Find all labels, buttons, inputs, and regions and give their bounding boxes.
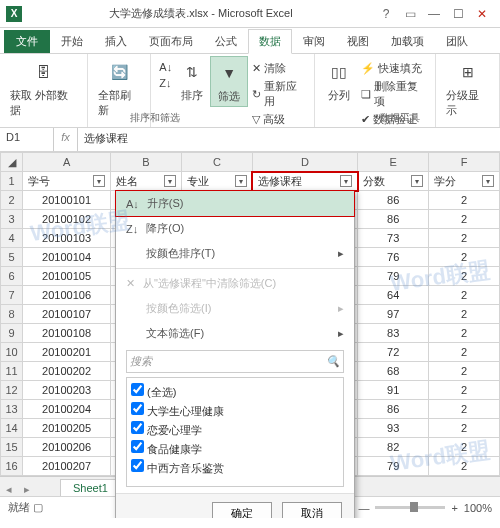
cell[interactable]: 79 <box>358 457 429 476</box>
zoom-out-button[interactable]: — <box>358 502 369 514</box>
cell[interactable]: 68 <box>358 362 429 381</box>
tab-home[interactable]: 开始 <box>50 29 94 53</box>
reapply-button[interactable]: ↻重新应用 <box>250 78 306 110</box>
ribbon-options-icon[interactable]: ▭ <box>398 4 422 24</box>
row-header[interactable]: 3 <box>1 210 23 229</box>
cell[interactable]: 91 <box>358 381 429 400</box>
filter-option-all[interactable]: (全选) <box>131 382 339 401</box>
tab-insert[interactable]: 插入 <box>94 29 138 53</box>
outline-button[interactable]: ⊞分级显示 <box>442 56 493 120</box>
cell[interactable]: 2 <box>429 381 500 400</box>
tab-formula[interactable]: 公式 <box>204 29 248 53</box>
tab-file[interactable]: 文件 <box>4 30 50 53</box>
cell[interactable]: 20100104 <box>23 248 111 267</box>
cell[interactable]: 2 <box>429 305 500 324</box>
cell[interactable]: 86 <box>358 210 429 229</box>
cell[interactable]: 82 <box>358 438 429 457</box>
cell[interactable]: 79 <box>358 267 429 286</box>
tab-team[interactable]: 团队 <box>435 29 479 53</box>
cell[interactable]: 2 <box>429 229 500 248</box>
col-header-A[interactable]: A <box>23 153 111 172</box>
ok-button[interactable]: 确定 <box>212 502 272 518</box>
filter-dropdown-C[interactable]: ▾ <box>235 175 247 187</box>
filter-dropdown-D[interactable]: ▾ <box>340 175 352 187</box>
cell[interactable]: 20100203 <box>23 381 111 400</box>
row-header[interactable]: 11 <box>1 362 23 381</box>
fx-icon[interactable]: fx <box>54 128 78 151</box>
row-header[interactable]: 16 <box>1 457 23 476</box>
macro-icon[interactable]: ▢ <box>33 501 43 513</box>
text-filter-item[interactable]: 文本筛选(F)▸ <box>116 321 354 346</box>
col-header-D[interactable]: D <box>252 153 357 172</box>
row-header[interactable]: 12 <box>1 381 23 400</box>
close-icon[interactable]: ✕ <box>470 4 494 24</box>
minimize-icon[interactable]: — <box>422 4 446 24</box>
filter-option[interactable]: 中西方音乐鉴赏 <box>131 458 339 477</box>
filter-dropdown-A[interactable]: ▾ <box>93 175 105 187</box>
zoom-level[interactable]: 100% <box>464 502 492 514</box>
cell[interactable]: 2 <box>429 438 500 457</box>
filter-option[interactable]: 恋爱心理学 <box>131 420 339 439</box>
cancel-button[interactable]: 取消 <box>282 502 342 518</box>
row-header[interactable]: 9 <box>1 324 23 343</box>
cell[interactable]: 20100206 <box>23 438 111 457</box>
col-header-C[interactable]: C <box>181 153 252 172</box>
row-header[interactable]: 1 <box>1 172 23 191</box>
cell[interactable]: 2 <box>429 419 500 438</box>
cell[interactable]: 64 <box>358 286 429 305</box>
cell[interactable]: 20100204 <box>23 400 111 419</box>
name-box[interactable]: D1 <box>0 128 54 151</box>
cell[interactable]: 86 <box>358 191 429 210</box>
get-external-data-button[interactable]: 🗄获取 外部数据 <box>6 56 81 120</box>
row-header[interactable]: 7 <box>1 286 23 305</box>
row-header[interactable]: 13 <box>1 400 23 419</box>
cell[interactable]: 2 <box>429 457 500 476</box>
filter-checklist[interactable]: (全选) 大学生心理健康 恋爱心理学 食品健康学 中西方音乐鉴赏 <box>126 377 344 487</box>
row-header[interactable]: 8 <box>1 305 23 324</box>
tab-layout[interactable]: 页面布局 <box>138 29 204 53</box>
help-icon[interactable]: ? <box>374 4 398 24</box>
cell[interactable]: 2 <box>429 343 500 362</box>
cell[interactable]: 73 <box>358 229 429 248</box>
row-header[interactable]: 14 <box>1 419 23 438</box>
cell[interactable]: 2 <box>429 267 500 286</box>
row-header[interactable]: 15 <box>1 438 23 457</box>
advanced-button[interactable]: ▽高级 <box>250 111 306 128</box>
row-header[interactable]: 4 <box>1 229 23 248</box>
cell[interactable]: 2 <box>429 400 500 419</box>
tab-addins[interactable]: 加载项 <box>380 29 435 53</box>
filter-search-input[interactable]: 搜索🔍 <box>126 350 344 373</box>
select-all-corner[interactable]: ◢ <box>1 153 23 172</box>
row-header[interactable]: 6 <box>1 267 23 286</box>
filter-option[interactable]: 大学生心理健康 <box>131 401 339 420</box>
cell[interactable]: 20100102 <box>23 210 111 229</box>
cell[interactable]: 20100202 <box>23 362 111 381</box>
tab-view[interactable]: 视图 <box>336 29 380 53</box>
cell[interactable]: 20100201 <box>23 343 111 362</box>
cell[interactable]: 72 <box>358 343 429 362</box>
cell[interactable]: 2 <box>429 286 500 305</box>
cell[interactable]: 20100207 <box>23 457 111 476</box>
cell[interactable]: 20100105 <box>23 267 111 286</box>
flash-fill-button[interactable]: ⚡快速填充 <box>359 60 428 77</box>
sort-asc-button[interactable]: A↓ <box>157 60 174 74</box>
row-header[interactable]: 2 <box>1 191 23 210</box>
col-header-E[interactable]: E <box>358 153 429 172</box>
cell[interactable]: 20100101 <box>23 191 111 210</box>
cell[interactable]: 20100107 <box>23 305 111 324</box>
tab-review[interactable]: 审阅 <box>292 29 336 53</box>
maximize-icon[interactable]: ☐ <box>446 4 470 24</box>
text-to-columns-button[interactable]: ▯▯分列 <box>321 56 357 105</box>
cell[interactable]: 97 <box>358 305 429 324</box>
cell[interactable]: 76 <box>358 248 429 267</box>
clear-filter-button[interactable]: ✕清除 <box>250 60 306 77</box>
cell[interactable]: 20100205 <box>23 419 111 438</box>
sheet-tab[interactable]: Sheet1 <box>60 479 121 496</box>
cell[interactable]: 20100108 <box>23 324 111 343</box>
cell[interactable]: 83 <box>358 324 429 343</box>
cell[interactable]: 93 <box>358 419 429 438</box>
filter-dropdown-F[interactable]: ▾ <box>482 175 494 187</box>
filter-option[interactable]: 食品健康学 <box>131 439 339 458</box>
cell[interactable]: 2 <box>429 191 500 210</box>
cell[interactable]: 2 <box>429 248 500 267</box>
